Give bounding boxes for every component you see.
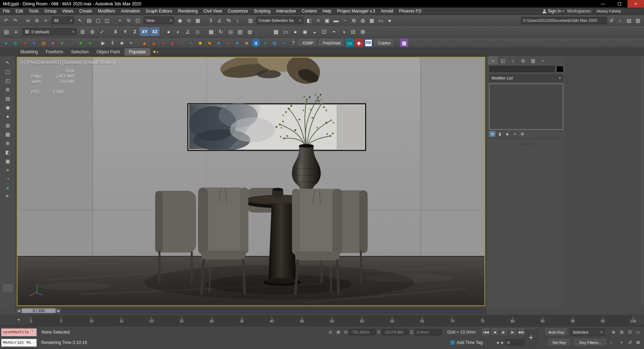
axis-xz-button[interactable]: XZ: [150, 28, 159, 36]
maxscript-mini-listener-pink[interactable]: saveMaxFile ': [1, 328, 37, 336]
add-time-tag-button[interactable]: Add Time Tag: [450, 340, 483, 345]
rectangular-selection-region-icon[interactable]: ▢: [94, 16, 102, 25]
named-selection-set-dropdown[interactable]: Create Selection Se▾: [256, 16, 303, 24]
tab-populate[interactable]: Populate: [125, 48, 150, 55]
timeline[interactable]: ◀ 0 5 10 15 20: [0, 314, 644, 326]
transform-z-field[interactable]: [415, 329, 441, 335]
batch-render-icon[interactable]: ⊟: [348, 27, 358, 37]
bag-plugin-icon[interactable]: ■: [243, 39, 251, 47]
half-shade-tool-icon[interactable]: ◧: [3, 147, 13, 156]
render-setup-icon[interactable]: ▩: [367, 16, 376, 25]
workspace-switch-icon[interactable]: ▧: [634, 16, 642, 25]
axis-xy-button[interactable]: XY: [140, 28, 149, 36]
axis-x-button[interactable]: X: [111, 28, 120, 36]
whale-plugin-icon[interactable]: ●: [233, 39, 241, 47]
red-small-dot-plugin-icon[interactable]: ●: [224, 39, 232, 47]
isolate-selection-icon[interactable]: ⊙: [327, 329, 334, 336]
utilities-tab-icon[interactable]: ⌐: [538, 57, 548, 64]
grid-tool-icon[interactable]: ⊞: [3, 85, 13, 94]
timeline-left-icon[interactable]: ◀: [17, 318, 19, 321]
plugin-orange-ring-icon[interactable]: ◍: [39, 39, 48, 47]
Help[interactable]: Help: [319, 9, 334, 14]
zoom-all-icon[interactable]: ⊞: [618, 329, 625, 336]
repeat-last-icon[interactable]: ↻: [216, 27, 225, 37]
layer-explorer-toggle-icon[interactable]: ≡: [11, 27, 21, 37]
pan-view-icon[interactable]: +: [618, 339, 625, 346]
create-key-button[interactable]: +: [525, 329, 537, 346]
render-region-icon[interactable]: ⊡: [319, 27, 329, 37]
unlink-selection-icon[interactable]: ⊘: [33, 16, 41, 25]
capture-states-icon[interactable]: ◍: [245, 27, 254, 37]
phoenix-burn-icon[interactable]: ▲: [168, 39, 176, 47]
show-end-result-icon[interactable]: ▮: [497, 131, 503, 137]
scale-tool-icon[interactable]: ◰: [3, 76, 13, 85]
play-button[interactable]: ▶: [499, 329, 508, 336]
modeling-ribbon-icon[interactable]: ▦: [206, 27, 216, 37]
ocean-wave-icon[interactable]: ≈: [187, 39, 195, 47]
Selection[interactable]: Selection: [67, 49, 92, 55]
plugin-blue-dot-icon[interactable]: ●: [30, 39, 38, 47]
previous-frame-button[interactable]: ◀: [491, 329, 499, 336]
modify-tab-icon[interactable]: ◱: [498, 57, 508, 64]
Tools[interactable]: Tools: [26, 9, 42, 14]
Arnold[interactable]: Arnold: [378, 9, 396, 14]
project-path-field[interactable]: [521, 17, 607, 24]
angle-snap-icon[interactable]: ∠: [215, 16, 224, 25]
Phoenix FD[interactable]: Phoenix FD: [396, 9, 424, 14]
window-crossing-toggle-icon[interactable]: ◫: [103, 16, 111, 25]
select-and-scale-icon[interactable]: ◰: [133, 16, 142, 25]
timeline-ruler[interactable]: 0 5 10 15 20 25: [31, 316, 633, 324]
select-and-manipulate-icon[interactable]: ⊙: [185, 16, 193, 25]
display-tab-icon[interactable]: ▥: [528, 57, 538, 64]
target-tool-icon[interactable]: ◉: [3, 103, 13, 112]
rb-plugin-icon[interactable]: RB: [365, 39, 372, 47]
select-and-move-icon[interactable]: +: [116, 16, 124, 25]
water-tool-icon[interactable]: ●: [3, 183, 13, 192]
key-mode-dropdown[interactable]: Selected▾: [570, 329, 605, 336]
sphere-tool-icon[interactable]: ●: [3, 112, 13, 121]
teal-drop-plugin-icon[interactable]: ●: [215, 39, 223, 47]
plugin-green-square-icon[interactable]: ■: [77, 39, 85, 47]
help-icon[interactable]: ?: [289, 39, 297, 47]
File[interactable]: File: [0, 9, 13, 14]
render-production-icon[interactable]: ●: [385, 16, 394, 25]
environment-settings-icon[interactable]: ◓: [329, 27, 338, 37]
Graph Editors[interactable]: Graph Editors: [143, 9, 175, 14]
align-icon[interactable]: ≡: [314, 16, 322, 25]
snap-center-icon[interactable]: ●: [164, 27, 173, 37]
Freeform[interactable]: Freeform: [42, 49, 67, 55]
next-frame-button[interactable]: ▶: [508, 329, 517, 336]
mirror-icon[interactable]: ◧: [305, 16, 313, 25]
viewport-label[interactable]: [+] [PhysCamera001] [Standard] [Default …: [20, 60, 116, 65]
Views[interactable]: Views: [59, 9, 76, 14]
make-unique-icon[interactable]: ◈: [504, 131, 511, 137]
time-slider-handle[interactable]: 0 / 100: [21, 308, 56, 313]
axis-z-button[interactable]: Z: [131, 28, 139, 36]
rollout-resize-grip[interactable]: [521, 144, 532, 145]
time-slider-strip[interactable]: ◀ 0 / 100 ▶: [16, 308, 486, 314]
selection-filter-dropdown[interactable]: All▾: [52, 16, 74, 24]
panel-scrollbar[interactable]: [640, 57, 643, 306]
curve-editor-icon[interactable]: ~: [341, 16, 349, 25]
minimize-button[interactable]: —: [595, 0, 611, 8]
maximize-viewport-icon[interactable]: ⊠: [634, 339, 642, 346]
create-tab-icon[interactable]: +: [488, 57, 498, 64]
select-tool-icon[interactable]: ↖: [3, 58, 13, 67]
restore-button[interactable]: [611, 0, 628, 8]
gradient-plugin-icon[interactable]: ▦: [400, 39, 408, 47]
swift-loop-icon[interactable]: ◇: [193, 27, 202, 37]
rendered-frame-icon[interactable]: ▭: [376, 16, 385, 25]
create-new-layer-icon[interactable]: ⊞: [78, 27, 87, 37]
redo-icon[interactable]: ↷: [11, 16, 19, 25]
region-tool-icon[interactable]: ▢: [3, 67, 13, 76]
snap-toggle-3d-icon[interactable]: 3: [206, 16, 215, 25]
selection-lock-icon[interactable]: ⊠: [335, 329, 342, 336]
select-by-name-icon[interactable]: ▤: [85, 16, 93, 25]
eye-plugin-icon[interactable]: ◉: [270, 39, 279, 47]
pin-stack-icon[interactable]: ⊙: [489, 131, 496, 137]
stop-animation-button[interactable]: ■: [118, 39, 126, 47]
previous-frame-arrow[interactable]: ◀: [16, 308, 21, 313]
transform-x-field[interactable]: [349, 329, 376, 335]
polydetail-button[interactable]: PolyDetail: [319, 39, 344, 47]
Content[interactable]: Content: [299, 9, 319, 14]
